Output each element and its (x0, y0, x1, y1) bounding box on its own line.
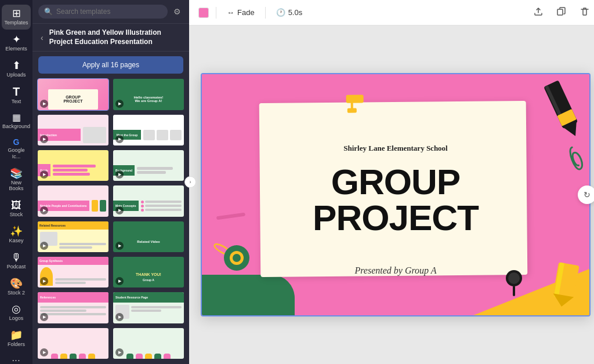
sidebar-item-uploads[interactable]: ⬆ Uploads (2, 57, 31, 82)
thumbnail-4[interactable]: Meet the Group ▶ (113, 114, 184, 146)
panel-header: ‹ Pink Green and Yellow Illustration Pro… (32, 24, 189, 52)
thumbnails-grid: GROUPPROJECT ▶ Hello classmates!We are G… (32, 78, 189, 364)
delete-button[interactable] (577, 5, 593, 21)
elements-icon: ✦ (12, 34, 21, 45)
thumbnail-11[interactable]: Group Synthesis ▶ (37, 256, 109, 288)
collapse-panel-button[interactable]: › (184, 176, 196, 188)
play-icon-16: ▶ (115, 348, 124, 356)
paint-roller-deco (335, 92, 370, 118)
thumbnail-8[interactable]: Main Concepts ▶ (113, 185, 184, 217)
sidebar-item-folders[interactable]: 📁 Folders (2, 326, 31, 351)
thumbnail-3[interactable]: Introduction ▶ (37, 114, 109, 146)
thumbnail-1[interactable]: GROUPPROJECT ▶ (37, 78, 109, 110)
play-icon-4: ▶ (115, 135, 124, 143)
export-icon (534, 7, 543, 16)
slide-school-name: Shirley Lane Elementary School (202, 144, 589, 153)
trash-icon (580, 7, 589, 16)
svg-point-10 (233, 254, 241, 262)
sidebar-item-kasey[interactable]: ✨ Kasey (2, 223, 31, 247)
play-icon-8: ▶ (115, 206, 124, 214)
play-icon-14: ▶ (115, 313, 124, 321)
svg-rect-3 (347, 108, 357, 113)
play-icon-13: ▶ (40, 313, 48, 321)
sidebar-item-new-books[interactable]: 📚 New Books (2, 165, 31, 196)
sidebar: ⊞ Templates ✦ Elements ⬆ Uploads T Text … (0, 0, 32, 364)
sidebar-item-background[interactable]: ▦ Background (2, 110, 31, 133)
canvas-area: Shirley Lane Elementary School GROUP PRO… (189, 26, 594, 364)
thumbnail-5[interactable]: Goals ▶ (37, 150, 109, 181)
play-icon-3: ▶ (40, 135, 48, 143)
svg-rect-0 (557, 9, 563, 15)
thumbnail-14[interactable]: Student Resource Page ▶ (113, 292, 184, 323)
duration-button[interactable]: 🕐 5.0s (273, 6, 306, 19)
duplicate-icon (557, 7, 566, 16)
google-icon: G (13, 138, 20, 146)
svg-rect-15 (513, 286, 515, 296)
thumbnail-12[interactable]: THANK YOU! Group A ▶ (113, 256, 184, 288)
slide-title-line2: PROJECT (202, 200, 589, 236)
sidebar-item-templates[interactable]: ⊞ Templates (2, 5, 31, 30)
toolbar: ↔ Fade 🕐 5.0s (189, 0, 594, 26)
search-icon: 🔍 (44, 8, 53, 16)
thumbnail-13[interactable]: References ▶ (37, 292, 109, 323)
thumbnail-6[interactable]: Background ▶ (113, 150, 184, 181)
thumbnail-7[interactable]: Notable People and Contributions ▶ (37, 185, 109, 217)
apply-all-button[interactable]: Apply all 16 pages (38, 56, 183, 74)
stock-icon: 🖼 (11, 200, 21, 210)
thumbnail-2[interactable]: Hello classmates!We are Group A! ▶ (113, 78, 184, 110)
kasey-icon: ✨ (10, 226, 23, 236)
play-icon-1: ▶ (40, 100, 48, 108)
clock-icon: 🕐 (276, 8, 285, 17)
search-bar: 🔍 ⚙ (32, 0, 189, 24)
sidebar-item-stock[interactable]: 🖼 Stock (2, 196, 31, 221)
thumbnail-15[interactable]: ▶ (37, 327, 109, 359)
stock2-icon: 🎨 (10, 278, 23, 289)
slide-subtitle: Presented by Group A (202, 265, 589, 276)
thumbnail-10[interactable]: Related Video ▶ (113, 221, 184, 253)
templates-icon: ⊞ (12, 8, 21, 19)
back-button[interactable]: ‹ (38, 32, 46, 43)
duplicate-button[interactable] (553, 5, 570, 21)
books-icon: 📚 (10, 168, 23, 179)
sidebar-item-google-icons[interactable]: G Google Ic... (2, 134, 31, 163)
search-input[interactable] (56, 8, 162, 16)
play-icon-9: ▶ (40, 242, 48, 250)
slide-green-accent (201, 275, 295, 316)
marker-deco (546, 80, 586, 152)
text-icon: T (13, 86, 20, 97)
templates-panel: 🔍 ⚙ ‹ Pink Green and Yellow Illustration… (32, 0, 189, 364)
svg-rect-1 (346, 94, 364, 103)
refresh-button[interactable]: ↻ (578, 185, 594, 204)
play-icon-7: ▶ (40, 206, 48, 214)
slide-title-line1: GROUP (202, 164, 589, 200)
panel-title: Pink Green and Yellow Illustration Proje… (49, 28, 183, 46)
sidebar-item-elements[interactable]: ✦ Elements (2, 31, 31, 56)
sidebar-item-logos[interactable]: ◎ Logos (2, 300, 31, 325)
toolbar-separator-2 (265, 7, 266, 19)
sidebar-item-more[interactable]: ··· (2, 352, 31, 364)
main-area: ↔ Fade 🕐 5.0s (189, 0, 594, 364)
play-icon-10: ▶ (115, 242, 124, 250)
sidebar-item-podcast[interactable]: 🎙 Podcast (2, 249, 31, 274)
filter-button[interactable]: ⚙ (171, 5, 183, 19)
toolbar-separator (216, 7, 216, 19)
folders-icon: 📁 (10, 330, 23, 340)
play-icon-2: ▶ (115, 100, 124, 108)
uploads-icon: ⬆ (12, 60, 21, 71)
play-icon-15: ▶ (40, 348, 48, 356)
podcast-icon: 🎙 (11, 252, 21, 263)
more-icon: ··· (12, 356, 21, 364)
search-input-wrap[interactable]: 🔍 (38, 5, 168, 19)
logos-icon: ◎ (12, 304, 21, 314)
color-swatch[interactable] (198, 8, 209, 18)
fade-button[interactable]: ↔ Fade (223, 6, 258, 19)
export-button[interactable] (530, 5, 546, 21)
thumbnail-16[interactable]: ▶ (113, 327, 184, 359)
sidebar-item-stock2[interactable]: 🎨 Stock 2 (2, 275, 31, 300)
fade-icon: ↔ (227, 8, 234, 17)
sidebar-item-text[interactable]: T Text (2, 82, 31, 108)
slide-title: GROUP PROJECT (202, 164, 589, 236)
background-icon: ▦ (12, 113, 21, 122)
thumbnail-9[interactable]: Related Resources ▶ (37, 221, 109, 253)
slide-canvas[interactable]: Shirley Lane Elementary School GROUP PRO… (201, 73, 591, 316)
